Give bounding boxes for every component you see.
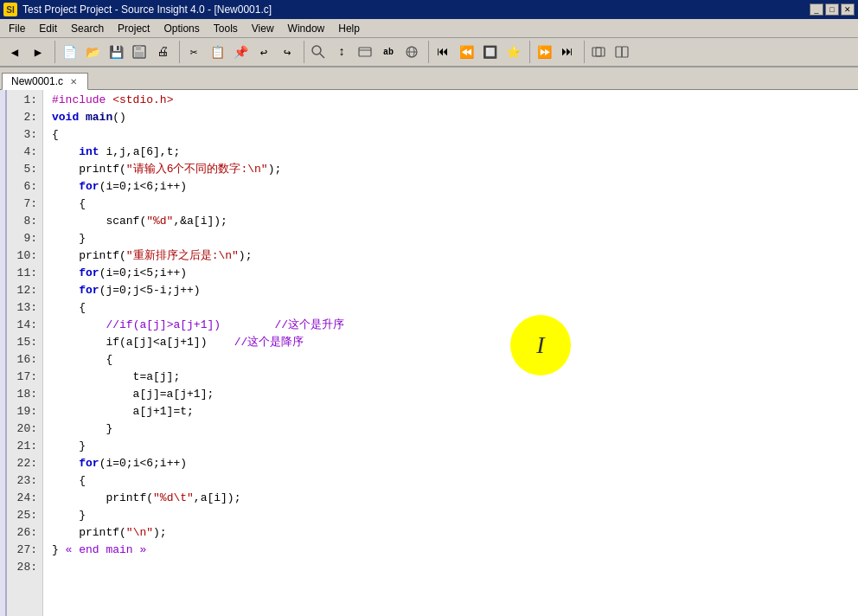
code-line-20: } — [52, 420, 849, 438]
svg-line-4 — [320, 54, 324, 58]
code-line-1: #include <stdio.h> — [52, 92, 849, 109]
search-button[interactable] — [307, 41, 330, 63]
copy-button[interactable]: 📋 — [206, 41, 228, 63]
code-line-22: for(i=0;i<6;i++) — [52, 455, 849, 472]
code-line-9: } — [52, 230, 849, 247]
menu-search[interactable]: Search — [64, 21, 111, 36]
tab-new0001[interactable]: New0001.c ✕ — [2, 73, 88, 90]
window-controls: _ □ ✕ — [810, 3, 855, 16]
code-line-15: if(a[j]<a[j+1]) //这个是降序 — [52, 334, 849, 351]
code-line-3: { — [52, 126, 849, 144]
svg-point-3 — [312, 46, 321, 55]
code-line-21: } — [52, 438, 849, 455]
code-line-27: } « end main » — [52, 542, 849, 559]
code-line-14: //if(a[j]>a[j+1]) //这个是升序 — [52, 317, 849, 334]
menu-tools[interactable]: Tools — [207, 21, 245, 36]
code-line-10: printf("重新排序之后是:\n"); — [52, 247, 849, 265]
undo-button[interactable]: ↩ — [253, 41, 275, 63]
maximize-button[interactable]: □ — [825, 3, 839, 16]
toolbar-sep-4 — [426, 41, 429, 63]
svg-rect-12 — [616, 47, 622, 57]
star-button[interactable]: ⭐ — [502, 41, 524, 63]
editor-area: 1: 2: 3: 4: 5: 6: 7: 8: 9: 10: 11: 12: 1… — [0, 90, 858, 616]
open-button[interactable]: 📂 — [81, 41, 104, 63]
app-icon: SI — [3, 3, 17, 16]
app-icon-label: SI — [6, 5, 14, 15]
extra-btn-2[interactable] — [611, 41, 633, 63]
code-line-4: int i,j,a[6],t; — [52, 144, 849, 161]
svg-rect-5 — [359, 48, 371, 56]
tab-close-button[interactable]: ✕ — [68, 76, 79, 87]
save-button[interactable]: 💾 — [105, 41, 127, 63]
line-numbers: 1: 2: 3: 4: 5: 6: 7: 8: 9: 10: 11: 12: 1… — [7, 90, 43, 616]
code-line-2: void main() — [52, 109, 849, 126]
zoom-button[interactable]: ↕ — [330, 41, 353, 63]
title-bar: SI Test Project Project - Source Insight… — [0, 0, 858, 19]
toolbar-sep-1 — [52, 41, 55, 63]
svg-rect-13 — [622, 47, 628, 57]
next-button[interactable]: ⏩ — [533, 41, 555, 63]
left-margin — [0, 90, 7, 616]
menu-project[interactable]: Project — [111, 21, 157, 36]
cut-button[interactable]: ✂ — [182, 41, 205, 63]
redo-button[interactable]: ↪ — [276, 41, 298, 63]
svg-rect-2 — [135, 52, 144, 57]
last-button[interactable]: ⏭ — [556, 41, 579, 63]
code-editor[interactable]: #include <stdio.h> void main() { int i,j… — [43, 90, 858, 616]
code-line-5: printf("请输入6个不同的数字:\n"); — [52, 161, 849, 178]
bookmark-button[interactable]: 🔲 — [478, 41, 501, 63]
print-button[interactable]: 🖨 — [151, 41, 174, 63]
code-line-18: a[j]=a[j+1]; — [52, 386, 849, 403]
toolbar-sep-6 — [581, 41, 585, 63]
web-button[interactable] — [400, 41, 423, 63]
code-line-12: for(j=0;j<5-i;j++) — [52, 282, 849, 299]
code-line-23: { — [52, 472, 849, 490]
code-line-7: { — [52, 196, 849, 213]
extra-btn-1[interactable] — [587, 41, 610, 63]
minimize-button[interactable]: _ — [810, 3, 823, 16]
menu-help[interactable]: Help — [331, 21, 367, 36]
toolbar-sep-2 — [176, 41, 180, 63]
svg-rect-11 — [596, 48, 605, 56]
code-line-13: { — [52, 299, 849, 317]
code-line-26: printf("\n"); — [52, 524, 849, 542]
tab-bar: New0001.c ✕ — [0, 67, 858, 90]
toolbar-sep-5 — [527, 41, 530, 63]
code-line-17: t=a[j]; — [52, 369, 849, 386]
code-line-24: printf("%d\t",a[i]); — [52, 490, 849, 507]
code-line-6: for(i=0;i<6;i++) — [52, 178, 849, 196]
prev-button[interactable]: ⏪ — [455, 41, 477, 63]
back-button[interactable]: ◀ — [3, 41, 26, 63]
code-line-25: } — [52, 507, 849, 524]
new-button[interactable]: 📄 — [58, 41, 80, 63]
code-line-16: { — [52, 351, 849, 369]
tab-label: New0001.c — [11, 75, 63, 87]
svg-rect-10 — [592, 48, 601, 56]
svg-rect-1 — [136, 46, 141, 50]
identifier-button[interactable]: ab — [377, 41, 400, 63]
menu-bar: File Edit Search Project Options Tools V… — [0, 19, 858, 38]
menu-file[interactable]: File — [2, 21, 32, 36]
menu-view[interactable]: View — [245, 21, 281, 36]
code-line-11: for(i=0;i<5;i++) — [52, 265, 849, 282]
toolbar: ◀ ▶ 📄 📂 💾 🖨 ✂ 📋 📌 ↩ ↪ ↕ ab ⏮ ⏪ 🔲 ⭐ ⏩ ⏭ — [0, 38, 858, 67]
first-button[interactable]: ⏮ — [432, 41, 454, 63]
menu-edit[interactable]: Edit — [32, 21, 64, 36]
toolbar-sep-3 — [301, 41, 304, 63]
close-button[interactable]: ✕ — [841, 3, 855, 16]
window-title: Test Project Project - Source Insight 4.… — [22, 3, 804, 16]
code-line-8: scanf("%d",&a[i]); — [52, 213, 849, 230]
menu-options[interactable]: Options — [157, 21, 206, 36]
forward-button[interactable]: ▶ — [27, 41, 49, 63]
save-all-button[interactable] — [128, 41, 150, 63]
build-button[interactable] — [354, 41, 376, 63]
code-line-28 — [52, 559, 849, 576]
menu-window[interactable]: Window — [281, 21, 332, 36]
code-line-19: a[j+1]=t; — [52, 403, 849, 420]
paste-button[interactable]: 📌 — [229, 41, 252, 63]
